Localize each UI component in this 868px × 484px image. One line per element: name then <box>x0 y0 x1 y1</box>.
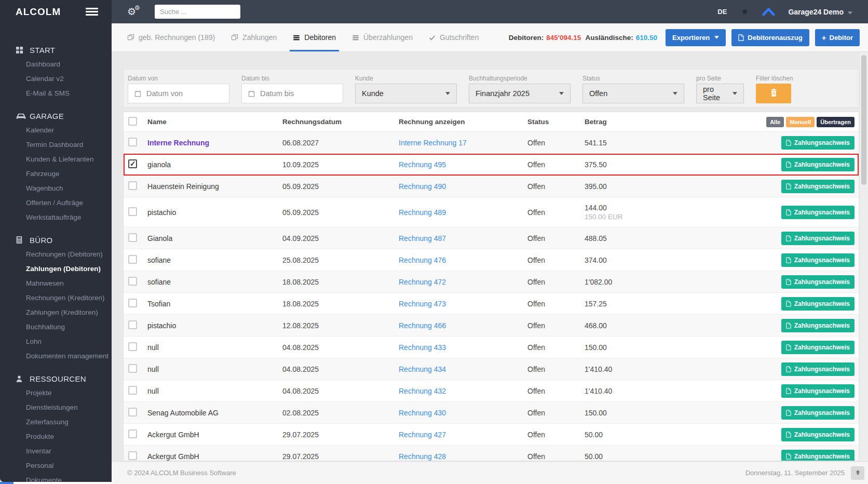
tab-überzahlungen[interactable]: Überzahlungen <box>352 23 413 51</box>
zahlungsnachweis-button[interactable]: Zahlungsnachweis <box>781 158 855 171</box>
zahlungsnachweis-button[interactable]: Zahlungsnachweis <box>781 362 855 376</box>
sidebar-item-mahnwesen[interactable]: Mahnwesen <box>0 276 112 291</box>
row-name[interactable]: Interne Rechnung <box>147 139 209 147</box>
badge-manuell[interactable]: Manuell <box>786 117 815 127</box>
tab-geb-rechnungen-189[interactable]: geb. Rechnungen (189) <box>127 23 215 51</box>
zahlungsnachweis-button[interactable]: Zahlungsnachweis <box>781 384 855 398</box>
pro-seite-select[interactable]: pro Seite <box>696 84 744 103</box>
row-checkbox[interactable] <box>128 138 137 146</box>
sidebar-item-personal[interactable]: Personal <box>0 459 112 473</box>
add-debitor-button[interactable]: + Debitor <box>815 29 860 46</box>
invoice-link[interactable]: Interne Rechnung 17 <box>399 139 467 147</box>
sidebar-item-e-mail-sms[interactable]: E-Mail & SMS <box>0 86 112 101</box>
column-header-betrag[interactable]: Betrag <box>585 118 678 126</box>
sidebar-item-buchhaltung[interactable]: Buchhaltung <box>0 320 112 334</box>
row-checkbox[interactable] <box>128 159 137 168</box>
column-header-rechnungsdatum[interactable]: Rechnungsdatum <box>282 118 399 126</box>
vertical-scrollbar-thumb[interactable] <box>861 55 866 185</box>
horizontal-scrollbar[interactable] <box>0 482 112 484</box>
invoice-link[interactable]: Rechnung 476 <box>399 256 446 264</box>
invoice-link[interactable]: Rechnung 489 <box>399 208 446 217</box>
horizontal-scrollbar-thumb[interactable] <box>0 482 13 484</box>
invoice-link[interactable]: Rechnung 495 <box>399 160 446 169</box>
zahlungsnachweis-button[interactable]: Zahlungsnachweis <box>781 136 855 150</box>
row-checkbox[interactable] <box>128 233 137 242</box>
hamburger-menu-icon[interactable] <box>86 6 98 17</box>
sidebar-section-start[interactable]: START <box>0 43 112 57</box>
sidebar-item-dokumente[interactable]: Dokumente <box>0 473 112 482</box>
row-checkbox[interactable] <box>128 342 137 351</box>
row-checkbox[interactable] <box>128 408 137 416</box>
invoice-link[interactable]: Rechnung 472 <box>399 278 446 286</box>
zahlungsnachweis-button[interactable]: Zahlungsnachweis <box>781 275 855 289</box>
notification-dot-icon[interactable] <box>742 9 747 14</box>
row-checkbox[interactable] <box>128 255 137 264</box>
invoice-link[interactable]: Rechnung 430 <box>399 409 446 417</box>
tab-gutschriften[interactable]: Gutschriften <box>429 23 479 51</box>
tab-zahlungen[interactable]: Zahlungen <box>231 23 277 51</box>
export-button[interactable]: Exportieren <box>666 29 726 46</box>
badge-übertragen[interactable]: Übertragen <box>817 117 855 127</box>
sidebar-section-ressourcen[interactable]: RESSOURCEN <box>0 371 112 386</box>
tab-debitoren[interactable]: Debitoren <box>293 23 336 51</box>
invoice-link[interactable]: Rechnung 433 <box>399 343 446 352</box>
datum-bis-input[interactable] <box>260 89 333 98</box>
row-checkbox[interactable] <box>128 386 137 395</box>
zahlungsnachweis-button[interactable]: Zahlungsnachweis <box>781 319 855 332</box>
sidebar-item-kunden-lieferanten[interactable]: Kunden & Lieferanten <box>0 152 112 167</box>
sidebar-item-dashboard[interactable]: Dashboard <box>0 57 112 72</box>
column-header-name[interactable]: Name <box>147 118 282 126</box>
sidebar-section-büro[interactable]: BÜRO <box>0 233 112 247</box>
zahlungsnachweis-button[interactable]: Zahlungsnachweis <box>781 341 855 354</box>
sidebar-item-calendar-v2[interactable]: Calendar v2 <box>0 72 112 86</box>
invoice-link[interactable]: Rechnung 427 <box>399 431 446 439</box>
zahlungsnachweis-button[interactable]: Zahlungsnachweis <box>781 450 855 462</box>
invoice-link[interactable]: Rechnung 428 <box>399 452 446 461</box>
row-checkbox[interactable] <box>128 364 137 373</box>
vertical-scrollbar[interactable] <box>860 52 868 461</box>
debitorenauszug-button[interactable]: Debitorenauszug <box>731 29 809 46</box>
sidebar-item-zeiterfassung[interactable]: Zeiterfassung <box>0 415 112 429</box>
sidebar-item-kalender[interactable]: Kalender <box>0 123 112 138</box>
invoice-link[interactable]: Rechnung 434 <box>399 365 446 373</box>
zahlungsnachweis-button[interactable]: Zahlungsnachweis <box>781 297 855 311</box>
invoice-link[interactable]: Rechnung 490 <box>399 182 446 191</box>
sidebar-item-zahlungen-kreditoren[interactable]: Zahlungen (Kreditoren) <box>0 305 112 320</box>
column-header-status[interactable]: Status <box>527 118 585 126</box>
kunde-select[interactable]: Kunde <box>355 84 457 103</box>
zahlungsnachweis-button[interactable]: Zahlungsnachweis <box>781 406 855 420</box>
search-input[interactable] <box>155 5 240 19</box>
row-checkbox[interactable] <box>128 429 137 438</box>
zahlungsnachweis-button[interactable]: Zahlungsnachweis <box>781 232 855 245</box>
zahlungsnachweis-button[interactable]: Zahlungsnachweis <box>781 253 855 267</box>
chevron-logo-icon[interactable] <box>762 7 776 16</box>
invoice-link[interactable]: Rechnung 487 <box>399 234 446 243</box>
scroll-to-top-button[interactable] <box>851 466 864 480</box>
row-checkbox[interactable] <box>128 181 137 190</box>
sidebar-item-offerten-aufträge[interactable]: Offerten / Aufträge <box>0 196 112 210</box>
account-menu[interactable]: Garage24 Demo <box>788 8 844 16</box>
sidebar-section-garage[interactable]: GARAGE <box>0 109 112 123</box>
invoice-link[interactable]: Rechnung 466 <box>399 321 446 330</box>
badge-alle[interactable]: Alle <box>766 117 784 127</box>
buchhaltungsperiode-select[interactable]: Finanzjahr 2025 <box>469 84 571 103</box>
zahlungsnachweis-button[interactable]: Zahlungsnachweis <box>781 206 855 219</box>
sidebar-item-dienstleistungen[interactable]: Dienstleistungen <box>0 400 112 415</box>
sidebar-item-zahlungen-debitoren[interactable]: Zahlungen (Debitoren) <box>0 262 112 276</box>
row-checkbox[interactable] <box>128 207 137 216</box>
clear-filters-button[interactable] <box>756 84 791 103</box>
zahlungsnachweis-button[interactable]: Zahlungsnachweis <box>781 428 855 441</box>
sidebar-item-werkstattaufträge[interactable]: Werkstattaufträge <box>0 210 112 225</box>
invoice-link[interactable]: Rechnung 432 <box>399 387 446 395</box>
sidebar-item-inventar[interactable]: Inventar <box>0 444 112 459</box>
invoice-link[interactable]: Rechnung 473 <box>399 300 446 308</box>
sidebar-item-dokumenten-management[interactable]: Dokumenten management <box>0 349 112 364</box>
row-checkbox[interactable] <box>128 451 137 460</box>
sidebar-item-wagenbuch[interactable]: Wagenbuch <box>0 181 112 196</box>
row-checkbox[interactable] <box>128 299 137 307</box>
sidebar-item-rechnungen-kreditoren[interactable]: Rechnungen (Kreditoren) <box>0 291 112 305</box>
language-selector[interactable]: DE <box>717 8 727 16</box>
sidebar-item-lohn[interactable]: Lohn <box>0 334 112 349</box>
column-header-rechnung-anzeigen[interactable]: Rechnung anzeigen <box>399 118 527 126</box>
sidebar-item-projekte[interactable]: Projekte <box>0 386 112 400</box>
